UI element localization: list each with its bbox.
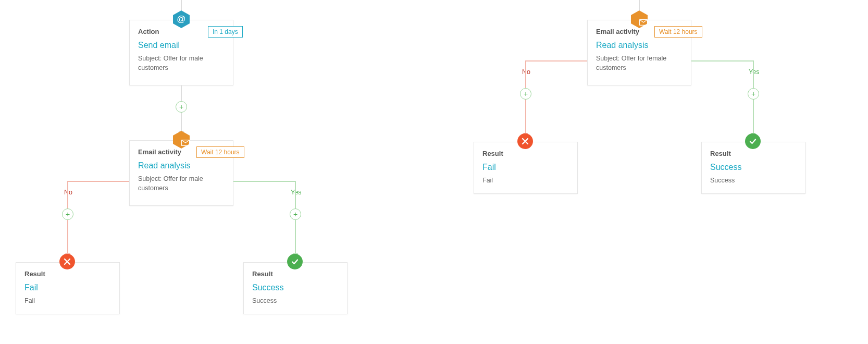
result-node-success[interactable]: Result Success Success <box>243 262 348 314</box>
node-title: Success <box>710 163 797 172</box>
branch-label-yes: Yes <box>749 68 759 76</box>
node-category: Result <box>252 270 339 278</box>
connector-line <box>181 0 182 10</box>
add-step-button[interactable]: + <box>520 88 531 100</box>
add-step-button[interactable]: + <box>62 208 73 220</box>
fail-icon <box>59 254 75 269</box>
connector-line <box>525 60 526 88</box>
wait-badge: Wait 12 hours <box>196 146 244 158</box>
node-sub: Success <box>710 176 797 186</box>
connector-line <box>67 220 68 253</box>
node-title: Send email <box>138 41 225 50</box>
connector-line <box>233 181 296 182</box>
add-step-button[interactable]: + <box>748 88 759 100</box>
node-title: Success <box>252 283 339 292</box>
node-category: Result <box>482 150 569 157</box>
node-subject: Subject: Offer for male customers <box>138 54 225 72</box>
node-title: Read analysis <box>138 161 225 170</box>
node-sub: Fail <box>24 297 111 306</box>
wait-badge: Wait 12 hours <box>654 26 702 38</box>
result-node-fail[interactable]: Result Fail Fail <box>16 262 120 314</box>
connector-line <box>181 85 182 101</box>
envelope-icon <box>172 130 191 149</box>
node-category: Result <box>24 270 111 278</box>
node-title: Fail <box>24 283 111 292</box>
node-sub: Success <box>252 297 339 306</box>
workflow-canvas: Action Send email Subject: Offer for mal… <box>0 0 868 344</box>
node-title: Fail <box>482 163 569 172</box>
connector-line <box>181 113 182 131</box>
connector-line <box>691 60 754 62</box>
connector-line <box>295 220 296 253</box>
node-sub: Fail <box>482 176 569 186</box>
connector-line <box>67 181 68 208</box>
connector-line <box>753 100 754 133</box>
connector-line <box>639 0 640 10</box>
node-category: Result <box>710 150 797 157</box>
success-icon <box>745 133 761 149</box>
branch-label-yes: Yes <box>291 189 301 196</box>
node-title: Read analysis <box>596 41 683 50</box>
add-step-button[interactable]: + <box>290 208 301 220</box>
connector-line <box>295 181 296 208</box>
fail-icon <box>517 133 533 149</box>
add-step-button[interactable]: + <box>176 101 187 113</box>
connector-line <box>68 181 129 182</box>
node-subject: Subject: Offer for male customers <box>138 175 225 193</box>
result-node-success[interactable]: Result Success Success <box>701 142 805 194</box>
node-subject: Subject: Offer for female customers <box>596 54 683 72</box>
at-icon: @ <box>172 10 191 29</box>
connector-line <box>525 100 526 133</box>
delay-badge: In 1 days <box>208 26 243 38</box>
result-node-fail[interactable]: Result Fail Fail <box>474 142 578 194</box>
connector-line <box>526 60 587 62</box>
envelope-icon <box>630 10 649 29</box>
success-icon <box>287 254 303 269</box>
connector-line <box>753 60 754 88</box>
